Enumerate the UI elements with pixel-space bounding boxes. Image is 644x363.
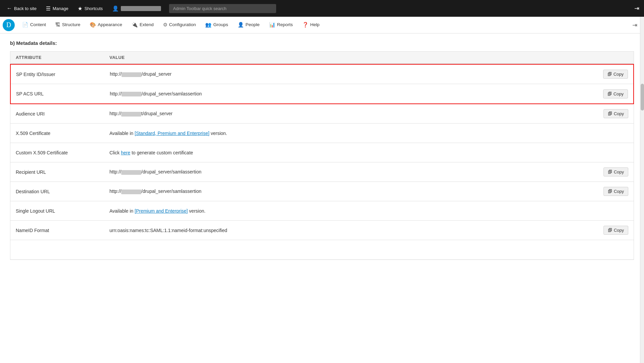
blurred-domain-5 (121, 190, 141, 194)
manage-icon: ☰ (46, 5, 51, 12)
nav-item-content[interactable]: 📄 Content (17, 17, 51, 33)
blurred-domain-3 (121, 112, 141, 117)
row-x509-cert: X.509 Certificate Available in [Standard… (10, 124, 634, 143)
nav-item-reports[interactable]: 📊 Reports (264, 17, 298, 33)
user-icon: 👤 (112, 5, 119, 12)
toolbar-collapse-button[interactable]: ⇥ (632, 3, 641, 14)
nav-item-configuration[interactable]: ⚙ Configuration (158, 17, 200, 33)
drupal-logo: D (3, 19, 15, 31)
table-header: ATTRIBUTE VALUE (10, 52, 634, 64)
row-sp-acs-url: SP ACS URL http:// /drupal_server/samlas… (11, 84, 633, 103)
blurred-domain-2 (122, 92, 142, 96)
header-attribute: ATTRIBUTE (16, 55, 109, 60)
scrollbar-thumb[interactable] (641, 84, 644, 111)
nav-item-extend[interactable]: 🔌 Extend (127, 17, 158, 33)
section-title: b) Metadata details: (10, 40, 634, 46)
normal-rows-group: Audience URI http:// t/drupal_server 🗐 C… (10, 104, 634, 260)
manage-button[interactable]: ☰ Manage (42, 3, 72, 14)
row-partial-bottom (10, 240, 634, 260)
value-sp-acs-url: http:// /drupal_server/samlassertion (110, 91, 591, 96)
shortcuts-button[interactable]: ★ Shortcuts (74, 3, 107, 14)
content-icon: 📄 (22, 22, 28, 28)
copy-icon-5: 🗐 (608, 189, 612, 194)
attr-nameid-format: NameID Format (16, 228, 109, 233)
row-recipient-url: Recipient URL http:// /drupal_server/sam… (10, 162, 634, 182)
single-logout-link[interactable]: [Premium and Enterprise] (135, 208, 188, 214)
copy-icon-3: 🗐 (608, 111, 612, 116)
attr-destination-url: Destination URL (16, 189, 109, 194)
value-nameid-format: urn:oasis:names:tc:SAML:1.1:nameid-forma… (109, 228, 591, 233)
nav-item-people[interactable]: 👤 People (233, 17, 264, 33)
secondary-nav: D 📄 Content 🏗 Structure 🎨 Appearance 🔌 E… (0, 17, 644, 33)
copy-audience-uri-button[interactable]: 🗐 Copy (603, 109, 628, 118)
nav-item-appearance[interactable]: 🎨 Appearance (85, 17, 127, 33)
page-content: b) Metadata details: ATTRIBUTE VALUE SP … (0, 33, 644, 267)
back-to-site-button[interactable]: ← Back to site (3, 3, 41, 13)
reports-icon: 📊 (269, 22, 275, 28)
value-sp-entity-id: http:// /drupal_server (110, 71, 591, 77)
copy-icon-6: 🗐 (608, 228, 612, 233)
row-sp-entity-id: SP Entity ID/Issuer http:// /drupal_serv… (11, 65, 633, 84)
header-value: VALUE (109, 55, 591, 60)
action-audience-uri: 🗐 Copy (591, 109, 628, 118)
search-input[interactable] (169, 4, 276, 13)
nav-item-structure[interactable]: 🏗 Structure (51, 17, 85, 33)
nav-collapse-button[interactable]: ⇥ (628, 19, 641, 31)
nav-item-groups[interactable]: 👥 Groups (200, 17, 233, 33)
copy-icon-1: 🗐 (608, 72, 612, 77)
groups-icon: 👥 (205, 22, 212, 28)
people-icon: 👤 (238, 22, 244, 28)
copy-icon-2: 🗐 (608, 91, 612, 96)
copy-icon-4: 🗐 (608, 169, 612, 174)
action-sp-entity-id: 🗐 Copy (591, 70, 628, 79)
attr-audience-uri: Audience URI (16, 111, 109, 117)
nav-end: ⇥ (628, 19, 641, 31)
action-nameid-format: 🗐 Copy (591, 226, 628, 235)
action-sp-acs-url: 🗐 Copy (591, 89, 628, 98)
highlighted-rows-group: SP Entity ID/Issuer http:// /drupal_serv… (10, 64, 634, 104)
copy-sp-entity-id-button[interactable]: 🗐 Copy (603, 70, 628, 79)
action-destination-url: 🗐 Copy (591, 187, 628, 196)
help-icon: ❓ (302, 22, 309, 28)
user-account-button[interactable]: 👤 (108, 3, 165, 14)
value-single-logout-url: Available in [Premium and Enterprise] ve… (109, 208, 591, 214)
row-single-logout-url: Single Logout URL Available in [Premium … (10, 201, 634, 221)
attr-sp-acs-url: SP ACS URL (16, 91, 110, 96)
nav-items: 📄 Content 🏗 Structure 🎨 Appearance 🔌 Ext… (17, 17, 324, 33)
nav-item-help[interactable]: ❓ Help (298, 17, 324, 33)
structure-icon: 🏗 (55, 22, 60, 27)
configuration-icon: ⚙ (163, 22, 167, 28)
value-custom-x509: Click here to generate custom certificat… (109, 150, 591, 155)
copy-recipient-url-button[interactable]: 🗐 Copy (603, 167, 628, 176)
custom-x509-link[interactable]: here (121, 150, 130, 155)
appearance-icon: 🎨 (90, 22, 96, 28)
blurred-domain-4 (121, 170, 141, 175)
toolbar-search-container (169, 4, 276, 13)
value-destination-url: http:// /drupal_server/samlassertion (109, 189, 591, 194)
value-x509-cert: Available in [Standard, Premium and Ente… (109, 131, 591, 136)
attr-sp-entity-id: SP Entity ID/Issuer (16, 72, 110, 77)
attr-custom-x509: Custom X.509 Certificate (16, 150, 109, 155)
admin-toolbar: ← Back to site ☰ Manage ★ Shortcuts 👤 ⇥ (0, 0, 644, 17)
attr-x509-cert: X.509 Certificate (16, 131, 109, 136)
attr-single-logout-url: Single Logout URL (16, 208, 109, 214)
scrollbar-track (640, 17, 644, 267)
value-recipient-url: http:// /drupal_server/samlassertion (109, 169, 591, 174)
row-custom-x509: Custom X.509 Certificate Click here to g… (10, 143, 634, 162)
copy-destination-url-button[interactable]: 🗐 Copy (603, 187, 628, 196)
back-arrow-icon: ← (7, 5, 12, 11)
row-nameid-format: NameID Format urn:oasis:names:tc:SAML:1.… (10, 221, 634, 240)
x509-cert-link[interactable]: [Standard, Premium and Enterprise] (135, 131, 209, 136)
star-icon: ★ (78, 5, 82, 12)
svg-text:D: D (6, 21, 11, 28)
value-audience-uri: http:// t/drupal_server (109, 111, 591, 116)
row-audience-uri: Audience URI http:// t/drupal_server 🗐 C… (10, 104, 634, 124)
action-recipient-url: 🗐 Copy (591, 167, 628, 176)
extend-icon: 🔌 (132, 22, 138, 28)
copy-nameid-format-button[interactable]: 🗐 Copy (603, 226, 628, 235)
copy-sp-acs-url-button[interactable]: 🗐 Copy (603, 89, 628, 98)
attr-recipient-url: Recipient URL (16, 169, 109, 175)
row-destination-url: Destination URL http:// /drupal_server/s… (10, 182, 634, 201)
toolbar-end: ⇥ (632, 3, 641, 14)
blurred-domain-1 (122, 72, 142, 77)
